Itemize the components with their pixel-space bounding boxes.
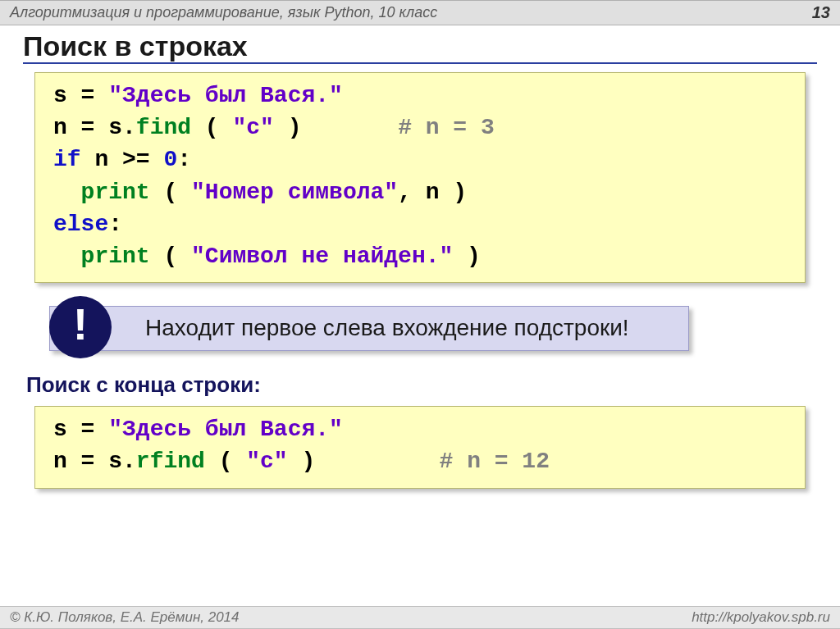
code-text: ) — [453, 244, 481, 269]
subheading: Поиск с конца строки: — [26, 372, 817, 398]
subject-label: Алгоритмизация и программирование, язык … — [10, 4, 437, 21]
page-title: Поиск в строках — [23, 30, 817, 64]
callout-text: Находит первое слева вхождение подстроки… — [145, 315, 629, 340]
code-function: print — [81, 180, 150, 205]
code-text: ( — [150, 180, 191, 205]
code-comment: # n = 3 — [398, 115, 495, 140]
url-label: http://kpolyakov.spb.ru — [692, 609, 830, 626]
code-keyword: else — [53, 212, 108, 237]
code-text: , n ) — [398, 180, 467, 205]
code-string: "Номер символа" — [191, 180, 398, 205]
exclamation-icon: ! — [49, 296, 112, 358]
code-block-rfind: s = "Здесь был Вася." n = s.rfind ( "с" … — [34, 406, 806, 488]
code-text: n = s. — [53, 449, 136, 474]
code-string: "Здесь был Вася." — [108, 83, 343, 108]
code-string: "с" — [232, 115, 273, 140]
code-string: "с" — [246, 449, 287, 474]
callout-box: Находит первое слева вхождение подстроки… — [49, 306, 689, 351]
code-text: ) — [274, 115, 398, 140]
code-text: : — [177, 147, 191, 172]
page-number: 13 — [812, 3, 830, 22]
code-indent — [53, 180, 81, 205]
code-text: ) — [288, 449, 440, 474]
code-block-find: s = "Здесь был Вася." n = s.find ( "с" )… — [34, 72, 806, 283]
code-comment: # n = 12 — [440, 449, 550, 474]
code-text: ( — [150, 244, 191, 269]
footer-bar: © К.Ю. Поляков, Е.А. Ерёмин, 2014 http:/… — [0, 606, 840, 629]
code-keyword: if — [53, 147, 81, 172]
author-label: © К.Ю. Поляков, Е.А. Ерёмин, 2014 — [10, 609, 240, 626]
code-string: "Здесь был Вася." — [108, 417, 343, 442]
code-text: s = — [53, 417, 108, 442]
code-indent — [53, 244, 81, 269]
code-number: 0 — [163, 147, 177, 172]
code-string: "Символ не найден." — [191, 244, 453, 269]
header-bar: Алгоритмизация и программирование, язык … — [0, 0, 840, 25]
code-text: n = s. — [53, 115, 136, 140]
code-function: rfind — [136, 449, 205, 474]
code-text: : — [108, 212, 122, 237]
code-text: ( — [205, 449, 246, 474]
code-text: n >= — [81, 147, 164, 172]
code-text: s = — [53, 83, 108, 108]
slide-content: Поиск в строках s = "Здесь был Вася." n … — [0, 25, 840, 489]
code-text: ( — [191, 115, 232, 140]
callout-container: ! Находит первое слева вхождение подстро… — [49, 306, 817, 351]
code-function: print — [81, 244, 150, 269]
code-function: find — [136, 115, 191, 140]
